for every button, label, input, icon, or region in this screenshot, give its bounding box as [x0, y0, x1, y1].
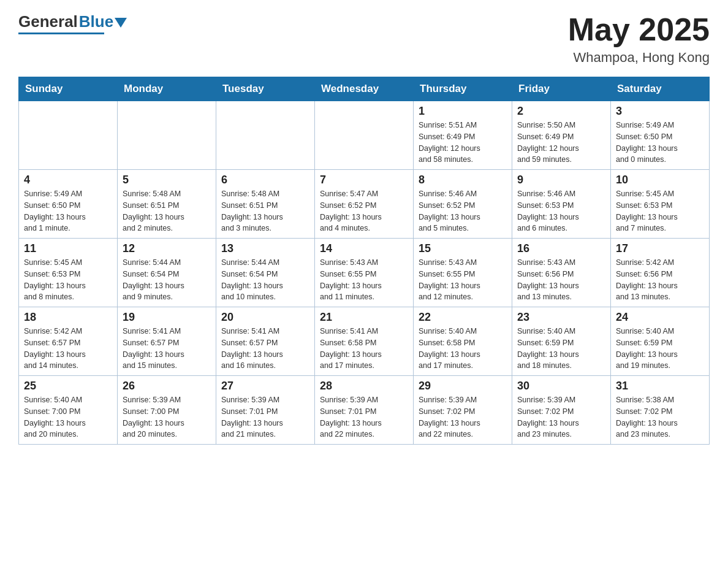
calendar-table: SundayMondayTuesdayWednesdayThursdayFrid… — [18, 77, 710, 445]
week-row-5: 25Sunrise: 5:40 AMSunset: 7:00 PMDayligh… — [19, 376, 710, 445]
day-cell-2-4: 15Sunrise: 5:43 AMSunset: 6:55 PMDayligh… — [414, 239, 512, 307]
day-number: 3 — [616, 105, 704, 118]
day-cell-2-0: 11Sunrise: 5:45 AMSunset: 6:53 PMDayligh… — [19, 239, 118, 307]
week-row-1: 1Sunrise: 5:51 AMSunset: 6:49 PMDaylight… — [19, 101, 710, 170]
day-cell-1-3: 7Sunrise: 5:47 AMSunset: 6:52 PMDaylight… — [315, 170, 414, 239]
week-row-4: 18Sunrise: 5:42 AMSunset: 6:57 PMDayligh… — [19, 307, 710, 376]
day-cell-2-2: 13Sunrise: 5:44 AMSunset: 6:54 PMDayligh… — [216, 239, 315, 307]
day-info: Sunrise: 5:44 AMSunset: 6:54 PMDaylight:… — [123, 257, 211, 303]
day-number: 23 — [517, 311, 605, 324]
header-friday: Friday — [512, 77, 611, 101]
day-cell-1-2: 6Sunrise: 5:48 AMSunset: 6:51 PMDaylight… — [216, 170, 315, 239]
logo-triangle-icon — [115, 18, 127, 28]
day-cell-0-2 — [216, 101, 315, 170]
day-info: Sunrise: 5:43 AMSunset: 6:56 PMDaylight:… — [517, 257, 605, 303]
day-info: Sunrise: 5:39 AMSunset: 7:01 PMDaylight:… — [221, 394, 309, 440]
calendar-body: 1Sunrise: 5:51 AMSunset: 6:49 PMDaylight… — [19, 101, 710, 445]
day-number: 20 — [221, 311, 309, 324]
day-info: Sunrise: 5:43 AMSunset: 6:55 PMDaylight:… — [320, 257, 408, 303]
day-cell-0-4: 1Sunrise: 5:51 AMSunset: 6:49 PMDaylight… — [414, 101, 512, 170]
day-info: Sunrise: 5:40 AMSunset: 6:59 PMDaylight:… — [517, 326, 605, 372]
calendar-header: SundayMondayTuesdayWednesdayThursdayFrid… — [19, 77, 710, 101]
week-row-3: 11Sunrise: 5:45 AMSunset: 6:53 PMDayligh… — [19, 239, 710, 307]
location-subtitle: Whampoa, Hong Kong — [568, 50, 710, 66]
days-of-week-row: SundayMondayTuesdayWednesdayThursdayFrid… — [19, 77, 710, 101]
header-sunday: Sunday — [19, 77, 118, 101]
day-cell-1-6: 10Sunrise: 5:45 AMSunset: 6:53 PMDayligh… — [611, 170, 710, 239]
day-info: Sunrise: 5:47 AMSunset: 6:52 PMDaylight:… — [320, 188, 408, 234]
day-number: 27 — [221, 380, 309, 393]
day-number: 25 — [24, 380, 112, 393]
day-number: 2 — [517, 105, 605, 118]
title-area: May 2025 Whampoa, Hong Kong — [568, 12, 710, 66]
day-cell-0-3 — [315, 101, 414, 170]
logo-general-text: General — [18, 12, 78, 31]
day-info: Sunrise: 5:42 AMSunset: 6:57 PMDaylight:… — [24, 326, 112, 372]
day-number: 6 — [221, 174, 309, 186]
day-number: 28 — [320, 380, 408, 393]
header-thursday: Thursday — [414, 77, 512, 101]
day-cell-2-6: 17Sunrise: 5:42 AMSunset: 6:56 PMDayligh… — [611, 239, 710, 307]
day-number: 19 — [123, 311, 211, 324]
day-info: Sunrise: 5:46 AMSunset: 6:53 PMDaylight:… — [517, 188, 605, 234]
day-cell-2-1: 12Sunrise: 5:44 AMSunset: 6:54 PMDayligh… — [118, 239, 216, 307]
day-cell-3-1: 19Sunrise: 5:41 AMSunset: 6:57 PMDayligh… — [118, 307, 216, 376]
day-number: 17 — [616, 242, 704, 255]
day-number: 31 — [616, 380, 704, 393]
day-info: Sunrise: 5:49 AMSunset: 6:50 PMDaylight:… — [24, 188, 112, 234]
day-cell-1-4: 8Sunrise: 5:46 AMSunset: 6:52 PMDaylight… — [414, 170, 512, 239]
day-cell-4-6: 31Sunrise: 5:38 AMSunset: 7:02 PMDayligh… — [611, 376, 710, 445]
day-info: Sunrise: 5:43 AMSunset: 6:55 PMDaylight:… — [419, 257, 507, 303]
logo-area: General Blue — [18, 12, 127, 34]
day-cell-4-3: 28Sunrise: 5:39 AMSunset: 7:01 PMDayligh… — [315, 376, 414, 445]
day-number: 4 — [24, 174, 112, 186]
day-cell-3-3: 21Sunrise: 5:41 AMSunset: 6:58 PMDayligh… — [315, 307, 414, 376]
day-number: 15 — [419, 242, 507, 255]
day-info: Sunrise: 5:45 AMSunset: 6:53 PMDaylight:… — [24, 257, 112, 303]
day-info: Sunrise: 5:40 AMSunset: 6:58 PMDaylight:… — [419, 326, 507, 372]
day-cell-4-1: 26Sunrise: 5:39 AMSunset: 7:00 PMDayligh… — [118, 376, 216, 445]
logo: General Blue — [18, 12, 127, 31]
day-info: Sunrise: 5:46 AMSunset: 6:52 PMDaylight:… — [419, 188, 507, 234]
day-cell-4-5: 30Sunrise: 5:39 AMSunset: 7:02 PMDayligh… — [512, 376, 611, 445]
header-monday: Monday — [118, 77, 216, 101]
day-info: Sunrise: 5:39 AMSunset: 7:01 PMDaylight:… — [320, 394, 408, 440]
day-info: Sunrise: 5:40 AMSunset: 6:59 PMDaylight:… — [616, 326, 704, 372]
day-number: 24 — [616, 311, 704, 324]
day-info: Sunrise: 5:42 AMSunset: 6:56 PMDaylight:… — [616, 257, 704, 303]
day-cell-3-4: 22Sunrise: 5:40 AMSunset: 6:58 PMDayligh… — [414, 307, 512, 376]
day-info: Sunrise: 5:44 AMSunset: 6:54 PMDaylight:… — [221, 257, 309, 303]
header-tuesday: Tuesday — [216, 77, 315, 101]
day-cell-3-6: 24Sunrise: 5:40 AMSunset: 6:59 PMDayligh… — [611, 307, 710, 376]
day-cell-1-1: 5Sunrise: 5:48 AMSunset: 6:51 PMDaylight… — [118, 170, 216, 239]
day-cell-4-2: 27Sunrise: 5:39 AMSunset: 7:01 PMDayligh… — [216, 376, 315, 445]
day-info: Sunrise: 5:39 AMSunset: 7:00 PMDaylight:… — [123, 394, 211, 440]
day-number: 10 — [616, 174, 704, 186]
day-cell-4-0: 25Sunrise: 5:40 AMSunset: 7:00 PMDayligh… — [19, 376, 118, 445]
day-info: Sunrise: 5:50 AMSunset: 6:49 PMDaylight:… — [517, 120, 605, 166]
day-number: 13 — [221, 242, 309, 255]
day-info: Sunrise: 5:48 AMSunset: 6:51 PMDaylight:… — [123, 188, 211, 234]
logo-blue-container: Blue — [78, 12, 127, 31]
day-info: Sunrise: 5:41 AMSunset: 6:57 PMDaylight:… — [221, 326, 309, 372]
day-cell-1-5: 9Sunrise: 5:46 AMSunset: 6:53 PMDaylight… — [512, 170, 611, 239]
day-cell-2-3: 14Sunrise: 5:43 AMSunset: 6:55 PMDayligh… — [315, 239, 414, 307]
day-cell-0-1 — [118, 101, 216, 170]
day-number: 22 — [419, 311, 507, 324]
day-info: Sunrise: 5:51 AMSunset: 6:49 PMDaylight:… — [419, 120, 507, 166]
day-number: 16 — [517, 242, 605, 255]
day-number: 9 — [517, 174, 605, 186]
day-info: Sunrise: 5:40 AMSunset: 7:00 PMDaylight:… — [24, 394, 112, 440]
page-header: General Blue May 2025 Whampoa, Hong Kong — [18, 12, 710, 66]
day-info: Sunrise: 5:38 AMSunset: 7:02 PMDaylight:… — [616, 394, 704, 440]
day-cell-0-0 — [19, 101, 118, 170]
day-number: 8 — [419, 174, 507, 186]
week-row-2: 4Sunrise: 5:49 AMSunset: 6:50 PMDaylight… — [19, 170, 710, 239]
day-number: 7 — [320, 174, 408, 186]
day-cell-3-2: 20Sunrise: 5:41 AMSunset: 6:57 PMDayligh… — [216, 307, 315, 376]
day-number: 29 — [419, 380, 507, 393]
day-number: 26 — [123, 380, 211, 393]
day-cell-0-6: 3Sunrise: 5:49 AMSunset: 6:50 PMDaylight… — [611, 101, 710, 170]
day-cell-4-4: 29Sunrise: 5:39 AMSunset: 7:02 PMDayligh… — [414, 376, 512, 445]
logo-blue-text: Blue — [79, 12, 113, 31]
